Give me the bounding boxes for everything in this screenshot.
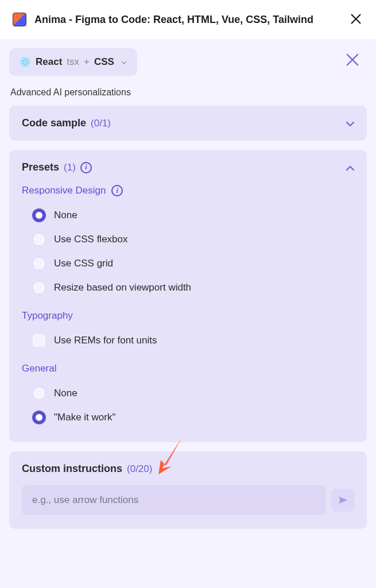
general-option-make-it-work[interactable]: "Make it work"	[22, 405, 354, 430]
presets-title: Presets	[22, 161, 59, 173]
send-icon	[338, 495, 348, 505]
anima-logo-icon	[13, 13, 26, 26]
send-button[interactable]	[331, 489, 354, 512]
framework-extension: tsx	[67, 56, 79, 68]
info-icon[interactable]: i	[80, 162, 92, 173]
chevron-down-icon	[346, 119, 354, 128]
radio-icon	[32, 411, 46, 424]
framework-style: CSS	[94, 56, 114, 68]
code-sample-count: (0/1)	[91, 118, 111, 129]
svg-point-0	[25, 61, 26, 63]
close-panel-button[interactable]	[346, 53, 359, 69]
chevron-down-icon	[121, 58, 127, 66]
general-group-label: General	[22, 363, 354, 374]
checkbox-icon	[32, 334, 46, 347]
radio-icon	[32, 281, 46, 295]
option-label: Resize based on viewport width	[54, 282, 191, 293]
responsive-option-flexbox[interactable]: Use CSS flexbox	[22, 227, 354, 252]
custom-instructions-section: Custom instructions (0/20)	[9, 451, 367, 529]
presets-body: Responsive Design i None Use CSS flexbox…	[9, 185, 367, 442]
info-icon[interactable]: i	[111, 185, 123, 196]
code-sample-title: Code sample	[22, 117, 86, 129]
custom-instructions-count: (0/20)	[127, 463, 152, 475]
chevron-up-icon	[346, 163, 354, 172]
plugin-title: Anima - Figma to Code: React, HTML, Vue,…	[34, 14, 340, 26]
typography-group-label: Typography	[22, 310, 354, 322]
option-label: Use CSS grid	[54, 258, 113, 269]
react-icon	[20, 56, 31, 68]
panel-content: React tsx + CSS Advanced AI personalizat…	[0, 39, 376, 538]
framework-name: React	[36, 56, 62, 68]
presets-section: Presets (1) i Responsive Design i None U…	[9, 150, 367, 442]
plugin-header: Anima - Figma to Code: React, HTML, Vue,…	[0, 0, 376, 39]
option-label: None	[54, 388, 77, 399]
radio-icon	[32, 257, 46, 270]
panel-subtitle: Advanced AI personalizations	[9, 87, 367, 98]
code-sample-section: Code sample (0/1)	[9, 106, 367, 141]
responsive-group-label: Responsive Design i	[22, 185, 354, 196]
radio-icon	[32, 208, 46, 222]
responsive-option-none[interactable]: None	[22, 203, 354, 227]
radio-icon	[32, 386, 46, 400]
close-plugin-button[interactable]	[348, 10, 363, 29]
custom-instructions-header: Custom instructions (0/20)	[22, 463, 354, 475]
code-sample-header[interactable]: Code sample (0/1)	[9, 106, 367, 141]
option-label: "Make it work"	[54, 412, 115, 423]
option-label: None	[54, 210, 77, 221]
framework-joiner: +	[84, 56, 90, 68]
option-label: Use REMs for font units	[54, 335, 157, 346]
responsive-option-grid[interactable]: Use CSS grid	[22, 252, 354, 276]
radio-icon	[32, 233, 46, 246]
presets-header[interactable]: Presets (1) i	[9, 150, 367, 185]
custom-instructions-input[interactable]	[22, 485, 325, 515]
framework-selector[interactable]: React tsx + CSS	[9, 48, 137, 76]
general-option-none[interactable]: None	[22, 381, 354, 405]
responsive-option-viewport[interactable]: Resize based on viewport width	[22, 276, 354, 300]
option-label: Use CSS flexbox	[54, 234, 128, 245]
custom-instructions-title: Custom instructions	[22, 463, 122, 475]
presets-count: (1)	[64, 162, 76, 173]
custom-input-row	[22, 485, 354, 515]
typography-option-rems[interactable]: Use REMs for font units	[22, 328, 354, 353]
